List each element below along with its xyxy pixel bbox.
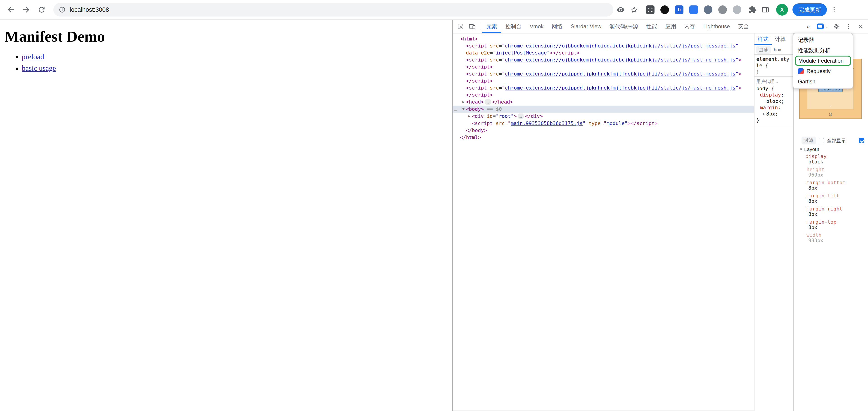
devtools-menu-kebab-icon[interactable] [843, 21, 855, 32]
css-property-value[interactable]: block; [756, 98, 792, 104]
tree-row[interactable]: </script> [453, 77, 754, 84]
tree-row[interactable]: …▼<body> == $0 [453, 105, 754, 113]
tree-row[interactable]: <script src="chrome-extension://ojbbodke… [453, 42, 754, 49]
computed-property-margin-top[interactable]: margin-top8px [806, 219, 866, 230]
tree-row[interactable]: <script src="chrome-extension://poippddl… [453, 84, 754, 91]
show-all-checkbox[interactable] [819, 138, 824, 143]
computed-property-margin-bottom[interactable]: margin-bottom8px [806, 180, 866, 191]
preview-eye-icon[interactable] [614, 3, 627, 16]
devtools-tab-7[interactable]: 应用 [661, 20, 680, 33]
back-icon[interactable] [4, 2, 18, 17]
element-style-rule[interactable]: element.style { [756, 56, 792, 69]
code-token: </script> [466, 92, 493, 98]
page-link-preload[interactable]: preload [22, 53, 44, 61]
devtools-tab-5[interactable]: 源代码/来源 [606, 20, 642, 33]
expand-arrow[interactable]: ▶ [762, 111, 766, 117]
devtools-tab-0[interactable]: 元素 [482, 20, 501, 33]
extension-icon-5[interactable] [704, 5, 712, 14]
code-token: > [514, 113, 517, 119]
devtools-tab-3[interactable]: 网络 [548, 20, 566, 33]
styles-content: element.style { } 用户代理... body { display… [754, 55, 794, 125]
bookmark-star-icon[interactable] [628, 3, 641, 16]
devtools-tab-2[interactable]: Vmok [526, 20, 548, 33]
reload-icon[interactable] [34, 2, 49, 17]
tree-row[interactable]: </script> [453, 91, 754, 98]
extensions-puzzle-icon[interactable] [747, 4, 758, 15]
issues-badge[interactable]: 1 [814, 24, 831, 29]
extension-icon-2[interactable] [660, 5, 669, 14]
tree-row[interactable]: <html> [453, 35, 754, 42]
computed-property-margin-right[interactable]: margin-right8px [806, 206, 866, 217]
sidebar-tab-0[interactable]: 样式 [754, 33, 772, 45]
resource-link[interactable]: main.99353058b36d3175.js [511, 121, 583, 126]
css-property-name[interactable]: display: [756, 92, 792, 98]
code-token: </head> [492, 99, 513, 105]
resource-link[interactable]: chrome-extension://poippddljpknhnekfmjlf… [505, 71, 736, 76]
extension-icon-3[interactable]: b [675, 5, 683, 14]
site-info-icon[interactable] [59, 6, 66, 13]
side-panel-icon[interactable] [759, 3, 772, 16]
device-toolbar-icon[interactable] [466, 21, 478, 32]
computed-property-height[interactable]: height969px [806, 167, 866, 178]
tree-row[interactable]: </html> [453, 134, 754, 141]
group-checkbox[interactable] [859, 138, 864, 143]
page-link-basic-usage[interactable]: basic usage [22, 64, 56, 72]
code-token: <script [466, 71, 487, 76]
resource-link[interactable]: chrome-extension://poippddljpknhnekfmjlf… [505, 85, 736, 91]
code-token: = [499, 71, 502, 76]
update-chrome-button[interactable]: 完成更新 [793, 3, 827, 16]
expand-arrow[interactable]: ▶ [467, 113, 472, 120]
tree-row[interactable]: ▶<div id="root">…</div> [453, 113, 754, 120]
computed-filter-input[interactable]: 过滤 [802, 136, 816, 145]
collapse-arrow[interactable]: ▼ [461, 105, 466, 113]
browser-toolbar: localhost:3008 b X 完成更新 [0, 0, 868, 20]
sidebar-tab-1[interactable]: 计算 [772, 33, 789, 45]
forward-icon[interactable] [19, 2, 33, 17]
computed-property-display[interactable]: ▶displayblock [806, 154, 866, 165]
computed-property-width[interactable]: width983px [806, 232, 866, 243]
pseudo-class-toggle[interactable]: :hov [773, 47, 781, 53]
css-property-value[interactable]: ▶8px; [756, 111, 792, 117]
devtools-tab-4[interactable]: Slardar View [566, 20, 606, 33]
profile-avatar[interactable]: X [776, 4, 788, 15]
row-menu-dots[interactable]: … [454, 105, 457, 113]
devtools-tab-9[interactable]: Lighthouse [699, 20, 734, 33]
menu-item-1[interactable]: 性能数据分析 [794, 45, 852, 56]
requestly-icon [798, 68, 804, 74]
address-bar[interactable]: localhost:3008 [53, 3, 613, 17]
css-property-name[interactable]: margin: [756, 104, 792, 111]
more-tabs-chevron-icon[interactable]: » [802, 21, 814, 32]
computed-property-margin-left[interactable]: margin-left8px [806, 193, 866, 204]
layout-section-header[interactable]: ▼ Layout [799, 147, 819, 152]
extension-icon-6[interactable] [718, 5, 727, 14]
devtools-tab-8[interactable]: 内存 [680, 20, 699, 33]
menu-item-0[interactable]: 记录器 [794, 35, 852, 45]
tree-row[interactable]: <script src="chrome-extension://poippddl… [453, 70, 754, 77]
inspect-element-icon[interactable] [455, 21, 466, 32]
devtools-tab-10[interactable]: 安全 [734, 20, 753, 33]
devtools-tab-1[interactable]: 控制台 [501, 20, 526, 33]
tree-row[interactable]: </script> [453, 63, 754, 70]
tree-row[interactable]: <script src="main.99353058b36d3175.js" t… [453, 120, 754, 127]
tree-row[interactable]: data-e2e="injectPostMessage"></script> [453, 49, 754, 56]
menu-item-2[interactable]: Module Federation [795, 56, 851, 66]
menu-item-4[interactable]: Garfish [794, 76, 852, 87]
tree-row[interactable]: <script src="chrome-extension://ojbbodke… [453, 56, 754, 63]
body-rule-selector[interactable]: body { [756, 86, 792, 92]
settings-gear-icon[interactable] [831, 21, 843, 32]
code-token: <body> [466, 106, 484, 112]
resource-link[interactable]: chrome-extension://ojbbodkemjdhoiogaicbc… [505, 57, 736, 63]
devtools-tab-6[interactable]: 性能 [642, 20, 661, 33]
styles-filter-input[interactable]: 过滤 [756, 46, 771, 54]
tree-row[interactable]: ▶<head>…</head> [453, 98, 754, 105]
extension-icon-7[interactable] [733, 5, 741, 14]
resource-link[interactable]: chrome-extension://ojbbodkemjdhoiogaicbc… [505, 43, 736, 49]
browser-menu-kebab-icon[interactable] [828, 3, 840, 16]
menu-item-3[interactable]: Requestly [794, 66, 852, 76]
devtools-close-icon[interactable] [855, 21, 866, 32]
issues-count: 1 [826, 24, 828, 29]
expand-arrow[interactable]: ▶ [461, 98, 466, 105]
tree-row[interactable]: </body> [453, 127, 754, 134]
extension-icon-4[interactable] [689, 5, 698, 14]
extension-icon-1[interactable] [646, 5, 654, 14]
